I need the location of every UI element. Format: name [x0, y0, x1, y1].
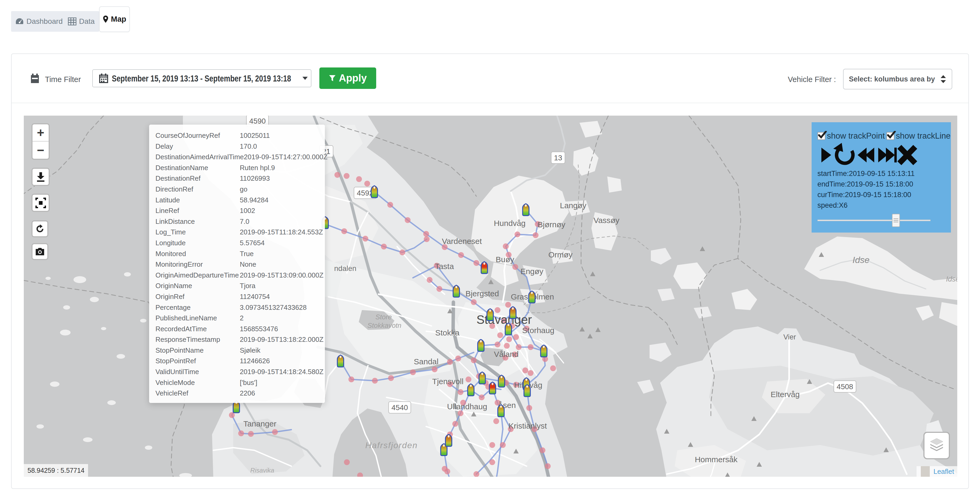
svg-text:13: 13: [554, 154, 562, 162]
svg-text:Tananger: Tananger: [243, 419, 276, 428]
svg-text:4508: 4508: [837, 383, 853, 391]
svg-text:4540: 4540: [391, 404, 408, 412]
svg-text:ndalen: ndalen: [334, 264, 356, 273]
svg-text:Hundvåg: Hundvåg: [494, 219, 525, 228]
svg-text:Ormøy: Ormøy: [548, 250, 573, 259]
svg-text:Stokka: Stokka: [435, 328, 460, 337]
svg-text:Risavika: Risavika: [250, 467, 274, 474]
svg-text:Ullandhaug: Ullandhaug: [447, 402, 487, 411]
svg-text:Idse: Idse: [853, 255, 870, 265]
svg-text:Storhaug: Storhaug: [522, 326, 554, 335]
svg-text:Bjørnøy: Bjørnøy: [538, 220, 565, 229]
svg-text:Idse: Idse: [946, 275, 957, 283]
svg-text:Vier: Vier: [783, 333, 796, 341]
svg-text:Tasta: Tasta: [435, 262, 454, 271]
svg-text:Vardeneset: Vardeneset: [442, 237, 482, 246]
svg-text:4590: 4590: [249, 117, 266, 125]
svg-text:Bjergsted: Bjergsted: [466, 289, 499, 298]
svg-text:Stokkavotn: Stokkavotn: [368, 321, 402, 329]
svg-text:Kristianlyst: Kristianlyst: [508, 422, 547, 430]
svg-text:Langøy: Langøy: [560, 201, 586, 210]
svg-text:Hafrsfjorden: Hafrsfjorden: [365, 441, 418, 450]
svg-text:Buøy: Buøy: [496, 255, 514, 264]
svg-text:Store: Store: [375, 313, 392, 321]
svg-text:Eltervåg: Eltervåg: [771, 390, 800, 399]
svg-text:Stavanger: Stavanger: [476, 313, 532, 326]
svg-text:Engøy: Engøy: [520, 267, 544, 276]
svg-text:Våland: Våland: [494, 350, 519, 358]
svg-text:Tjensvoll: Tjensvoll: [432, 377, 463, 386]
svg-text:Sandal: Sandal: [414, 357, 438, 366]
svg-text:Vassøy: Vassøy: [593, 216, 619, 225]
svg-text:Hommersåk: Hommersåk: [695, 455, 738, 464]
